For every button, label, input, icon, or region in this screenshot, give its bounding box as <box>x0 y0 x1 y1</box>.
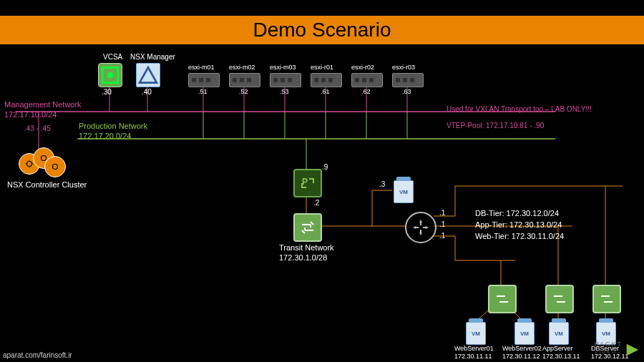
server-ip: 172.30.11.11 <box>454 353 492 360</box>
server-name: AppServer <box>542 345 573 352</box>
svg-marker-29 <box>140 67 157 82</box>
play-icon[interactable] <box>624 342 640 359</box>
host-label: esxi-m02 <box>229 64 255 71</box>
server-ip: 172.30.13.11 <box>542 353 580 360</box>
vm-icon: VM <box>514 322 535 345</box>
vm-icon: VM <box>549 322 569 345</box>
host-icon <box>351 73 383 87</box>
router-ip-db: .1 <box>439 209 445 217</box>
transit-name: Transit Network <box>279 243 334 252</box>
host-icon <box>311 73 342 87</box>
db-tier-label: DB-Tier: 172.30.12.0/24 <box>475 209 559 217</box>
svg-point-30 <box>27 162 32 167</box>
host-icon <box>270 73 301 87</box>
svg-marker-38 <box>419 220 422 222</box>
host-octet: .62 <box>361 88 371 95</box>
svg-text:P: P <box>302 177 308 187</box>
prod-net-cidr: 172.17.20.0/24 <box>79 132 131 140</box>
nsx-cluster-label: NSX Controller Cluster <box>7 180 87 189</box>
vcsa-octet: .30 <box>102 88 112 96</box>
mgmt-net-label: Management Network <box>4 100 82 109</box>
svg-point-36 <box>53 165 58 170</box>
server-ip: 172.30.11.12 <box>502 353 540 360</box>
vcsa-icon <box>98 63 122 87</box>
svg-marker-41 <box>426 226 429 229</box>
nsx-manager-icon <box>136 63 160 87</box>
nsx-manager-label: NSX Manager <box>130 53 175 61</box>
svg-point-35 <box>42 156 47 161</box>
brand-name: PACKT <box>595 341 623 348</box>
title-bar: Demo Scenario <box>0 16 644 44</box>
host-label: esxi-r02 <box>351 64 374 71</box>
edge-vm-icon: VM <box>394 180 414 203</box>
vtep-pool: VTEP-Pool: 172.17.10.81 - .90 <box>447 122 544 129</box>
host-octet: .61 <box>321 88 330 95</box>
app-switch-icon <box>545 285 574 313</box>
vcsa-label: VCSA <box>103 53 122 61</box>
credit-text: aparat.com/farinsoft.ir <box>3 351 72 359</box>
host-label: esxi-m03 <box>270 64 296 71</box>
server-name: WebServer02 <box>502 345 542 352</box>
diagram-stage: Demo Scenario VCSA NSX Manager esxi-m01 … <box>0 0 644 362</box>
web-switch-icon <box>488 285 517 313</box>
router-ip-web: .1 <box>439 232 445 240</box>
edge-ip-bottom: .2 <box>313 199 319 207</box>
edge-switch-icon: P <box>293 169 322 197</box>
svg-marker-39 <box>419 233 422 235</box>
svg-marker-40 <box>413 226 416 229</box>
host-label: esxi-r01 <box>311 64 333 71</box>
host-icon <box>188 73 220 87</box>
host-label: esxi-r03 <box>392 64 415 71</box>
brand-watermark: PACKT VIDEO <box>595 341 623 355</box>
app-tier-label: App-Tier: 172.30.13.0/24 <box>475 220 562 229</box>
host-label: esxi-m01 <box>188 64 215 71</box>
transit-cidr: 172.30.1.0/28 <box>279 253 327 262</box>
prod-net-label: Production Network <box>79 122 147 130</box>
distributed-router-icon <box>405 212 436 243</box>
vxlan-note: Used for VXLAN Transport too – LAB ONLY!… <box>447 105 592 113</box>
host-icon <box>392 73 424 87</box>
host-octet: .53 <box>280 88 289 95</box>
host-icon <box>229 73 260 87</box>
host-octet: .63 <box>402 88 411 95</box>
page-title: Demo Scenario <box>253 19 391 41</box>
svg-marker-42 <box>627 344 639 356</box>
web-tier-label: Web-Tier: 172.30.11.0/24 <box>475 232 564 240</box>
transit-switch-icon <box>293 213 322 242</box>
mgmt-net-cidr: 172.17.10.0/24 <box>4 110 57 119</box>
server-name: WebServer01 <box>454 345 494 352</box>
controller-range: .43 - .45 <box>24 124 51 132</box>
router-ip-app: .1 <box>439 220 445 228</box>
nsx-octet: .40 <box>142 88 152 96</box>
vm-icon: VM <box>466 322 486 345</box>
brand-sub: VIDEO <box>595 349 618 354</box>
host-octet: .51 <box>198 88 208 95</box>
edge-ip-top: .9 <box>322 163 328 171</box>
svg-point-28 <box>107 72 113 78</box>
edge-vm-ip: .3 <box>379 180 385 188</box>
host-octet: .52 <box>239 88 248 95</box>
db-switch-icon <box>592 285 621 313</box>
